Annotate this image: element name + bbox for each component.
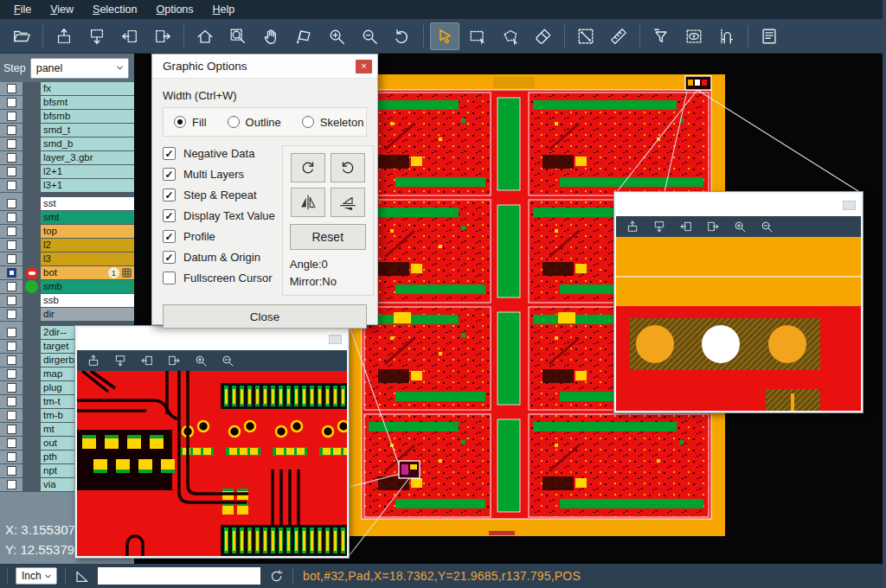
- tool-snap-arc[interactable]: [712, 22, 742, 50]
- layer-row-dir[interactable]: dir: [0, 308, 134, 321]
- tool-zoom-out[interactable]: [355, 22, 384, 50]
- layer-visibility-checkbox[interactable]: [7, 282, 16, 291]
- zoom-detail-window-left[interactable]: [75, 326, 349, 558]
- menu-item-help[interactable]: Help: [204, 2, 244, 17]
- layer-row-smd-t[interactable]: smd_t: [0, 124, 134, 137]
- menu-item-file[interactable]: File: [5, 2, 40, 17]
- tool-select-cursor[interactable]: [430, 22, 459, 50]
- rotate-cw-button[interactable]: [291, 153, 325, 182]
- checkbox-negative-data[interactable]: ✓Negative Data: [163, 147, 275, 160]
- tool-view-mask[interactable]: [679, 22, 709, 50]
- zoomwin-tool-pan-left[interactable]: [139, 353, 155, 368]
- layer-visibility-checkbox[interactable]: [7, 452, 16, 462]
- layer-visibility-checkbox[interactable]: [7, 328, 16, 337]
- rotate-ccw-button[interactable]: [331, 153, 365, 182]
- layer-row-bfsmb[interactable]: bfsmb: [0, 110, 134, 123]
- layer-visibility-checkbox[interactable]: [7, 425, 16, 434]
- tool-clean-brush[interactable]: [529, 22, 558, 50]
- tool-open-folder[interactable]: [7, 22, 36, 50]
- zoomwin-tool-pan-down[interactable]: [112, 353, 128, 368]
- command-input[interactable]: [98, 567, 260, 585]
- layer-row-ssb[interactable]: ssb: [0, 294, 134, 307]
- layer-visibility-checkbox[interactable]: [7, 254, 16, 264]
- zoomwin-tool-pan-right[interactable]: [166, 353, 182, 368]
- layer-visibility-checkbox[interactable]: [7, 466, 16, 476]
- layer-row-smd-b[interactable]: smd_b: [0, 137, 134, 150]
- tool-layer-form[interactable]: [754, 22, 784, 50]
- layer-visibility-checkbox[interactable]: [7, 310, 16, 319]
- layer-visibility-checkbox[interactable]: [7, 383, 16, 393]
- tool-zoom-in[interactable]: [322, 22, 351, 50]
- layer-visibility-checkbox[interactable]: [7, 213, 16, 222]
- zoomwin-tool-pan-down[interactable]: [652, 219, 667, 234]
- layer-visibility-checkbox[interactable]: [7, 296, 16, 305]
- zoom-detail-window-right[interactable]: [614, 192, 863, 412]
- dialog-titlebar[interactable]: Graphic Options ×: [152, 54, 377, 79]
- tool-pan-up[interactable]: [49, 22, 79, 50]
- zoomwin-tool-pan-right[interactable]: [705, 219, 721, 234]
- layer-visibility-checkbox[interactable]: [7, 438, 16, 448]
- unit-select[interactable]: Inch: [16, 567, 57, 585]
- layer-visibility-checkbox[interactable]: [7, 227, 16, 236]
- layer-visibility-checkbox[interactable]: [7, 480, 16, 489]
- tool-select-rectangle[interactable]: [463, 22, 492, 50]
- tool-pan-down[interactable]: [82, 22, 112, 50]
- menu-item-view[interactable]: View: [42, 2, 82, 17]
- layer-visibility-checkbox[interactable]: [7, 153, 16, 163]
- layer-row-smb[interactable]: smb: [0, 280, 134, 293]
- layer-visibility-checkbox[interactable]: [7, 397, 16, 406]
- zoomwin-tool-pan-left[interactable]: [678, 219, 694, 234]
- layer-row-smt[interactable]: smt: [0, 211, 134, 224]
- menu-item-options[interactable]: Options: [147, 2, 202, 17]
- layer-visibility-checkbox[interactable]: [7, 98, 16, 107]
- tool-select-polygon[interactable]: [496, 22, 525, 50]
- tool-zoom-previous[interactable]: [388, 22, 417, 50]
- zoomwin-tool-zoom-in[interactable]: [193, 353, 209, 368]
- tool-filter[interactable]: [646, 22, 676, 50]
- radio-skeleton[interactable]: Skeleton: [302, 116, 364, 129]
- layer-visibility-checkbox[interactable]: [7, 167, 16, 176]
- layer-visibility-checkbox[interactable]: [7, 369, 16, 379]
- layer-visibility-checkbox[interactable]: [7, 181, 16, 190]
- refresh-icon[interactable]: [268, 568, 285, 585]
- zoomwin-tool-zoom-out[interactable]: [220, 353, 235, 368]
- layer-visibility-checkbox[interactable]: [7, 125, 16, 135]
- layer-visibility-checkbox[interactable]: [7, 411, 16, 420]
- layer-visibility-checkbox[interactable]: [7, 84, 16, 93]
- layer-row-bot[interactable]: bot1: [0, 266, 134, 279]
- checkbox-step-repeat[interactable]: ✓Step & Repeat: [163, 189, 275, 201]
- layer-visibility-checkbox[interactable]: [7, 342, 16, 351]
- zoomwin-tool-zoom-out[interactable]: [759, 219, 774, 234]
- zoomwin-tool-pan-up[interactable]: [86, 353, 101, 368]
- tool-zoom-window[interactable]: [223, 22, 253, 50]
- layer-row-l2[interactable]: l2: [0, 239, 134, 252]
- layer-row-layer-3-gbr[interactable]: layer_3.gbr: [0, 151, 134, 164]
- mirror-vertical-button[interactable]: [291, 188, 325, 217]
- tool-view-polygon[interactable]: [289, 22, 318, 50]
- layer-row-l3[interactable]: l3: [0, 252, 134, 265]
- layer-visibility-checkbox[interactable]: [7, 199, 16, 208]
- layer-row-bfsmt[interactable]: bfsmt: [0, 96, 134, 109]
- radio-outline[interactable]: Outline: [228, 116, 281, 129]
- zoom-detail-view[interactable]: [77, 371, 347, 556]
- window-menu-button[interactable]: [843, 201, 856, 210]
- mirror-diagonal-button[interactable]: [331, 188, 365, 217]
- tool-measure-distance[interactable]: [571, 22, 600, 50]
- layer-row-fx[interactable]: fx: [0, 82, 134, 95]
- checkbox-fullscreen-cursor[interactable]: Fullscreen Cursor: [163, 272, 275, 284]
- zoomwin-tool-pan-up[interactable]: [625, 219, 640, 234]
- tool-pan-right[interactable]: [148, 22, 177, 50]
- zoom-window-titlebar[interactable]: [616, 194, 861, 216]
- tool-home[interactable]: [190, 22, 220, 50]
- checkbox-multi-layers[interactable]: ✓Multi Layers: [163, 168, 275, 181]
- layer-visibility-checkbox[interactable]: [7, 355, 16, 365]
- layer-row-sst[interactable]: sst: [0, 197, 134, 210]
- zoomwin-tool-zoom-in[interactable]: [732, 219, 748, 234]
- tool-measure-ruler[interactable]: [604, 22, 633, 50]
- menu-item-selection[interactable]: Selection: [84, 2, 145, 17]
- close-button[interactable]: Close: [163, 304, 367, 329]
- layer-visibility-checkbox[interactable]: [7, 268, 16, 278]
- layer-row-l3-1[interactable]: l3+1: [0, 179, 134, 192]
- layer-visibility-checkbox[interactable]: [7, 139, 16, 149]
- checkbox-profile[interactable]: ✓Profile: [163, 230, 275, 243]
